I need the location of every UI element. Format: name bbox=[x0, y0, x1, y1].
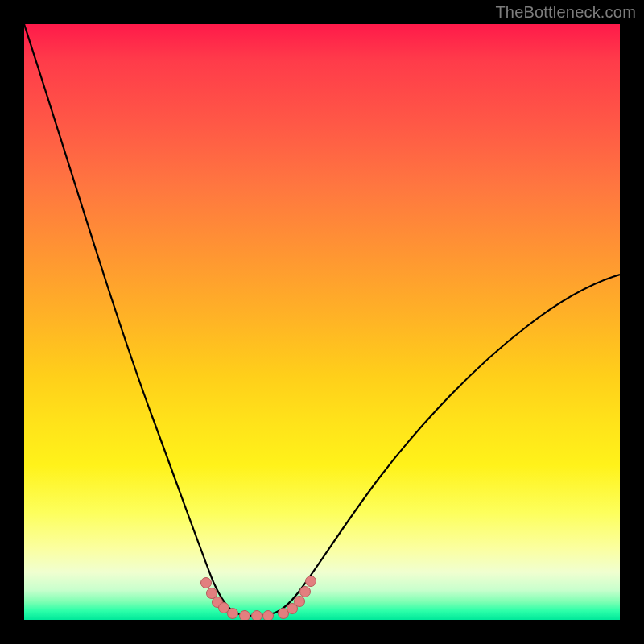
plot-area bbox=[24, 24, 620, 620]
marker-cluster bbox=[201, 576, 316, 621]
marker-dot bbox=[300, 587, 311, 597]
bottleneck-curve bbox=[24, 24, 620, 616]
marker-dot bbox=[240, 611, 250, 621]
chart-frame: TheBottleneck.com bbox=[0, 0, 644, 644]
marker-dot bbox=[263, 611, 274, 621]
marker-dot bbox=[295, 597, 305, 607]
watermark-text: TheBottleneck.com bbox=[495, 3, 636, 22]
marker-dot bbox=[201, 578, 212, 588]
bottleneck-curve-svg bbox=[24, 24, 620, 620]
marker-dot bbox=[252, 611, 262, 621]
marker-dot bbox=[306, 576, 316, 587]
marker-dot bbox=[228, 609, 238, 619]
